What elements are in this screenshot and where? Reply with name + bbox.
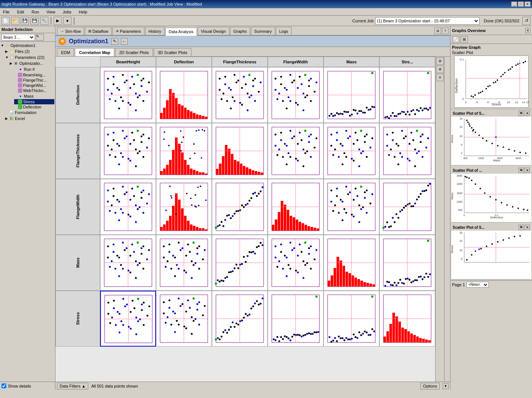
page-new-select[interactable]: <New> [466,282,489,288]
tree-node-optimization1[interactable]: ▼ ⬡ Optimization1 [1,42,54,48]
maximize-button[interactable]: □ [518,1,524,7]
matrix-cell[interactable] [156,235,212,291]
tab-summary[interactable]: Summary [251,27,275,35]
matrix-cell[interactable] [268,291,324,347]
matrix-tool2[interactable]: ⚙ [436,66,444,73]
matrix-cell[interactable] [379,179,435,235]
save-button[interactable]: 💾 [21,17,29,25]
mini-graph-2-close[interactable]: ✕ [525,168,530,173]
matrix-cell[interactable] [100,235,156,291]
tab-visualdesign[interactable]: Visual Design [198,27,229,35]
mini-graph-1-maximize[interactable]: ⧉ [519,111,524,116]
matrix-tool1[interactable]: ⚙ [436,57,444,65]
matrix-cell[interactable] [324,67,379,123]
menu-view[interactable]: View [45,9,57,15]
matrix-tool3[interactable]: ✕ [436,74,444,81]
edit-opt-button[interactable]: ✎ [111,38,118,45]
right-table-button[interactable]: ⊞ [461,36,468,43]
menu-jobs[interactable]: Jobs [61,9,73,15]
tree-node-excel[interactable]: ▶ 📗 Excel [5,116,54,121]
tree-node-parameters[interactable]: ▼ 📋 Parameters (22) [5,54,54,60]
right-panel-close[interactable]: ✕ [525,28,531,33]
tab-graphs[interactable]: Graphs [230,27,250,35]
matrix-cell[interactable] [324,123,379,179]
refresh-button[interactable]: ↺ [522,17,531,25]
panel-help-button[interactable]: ? [442,28,449,34]
matrix-cell[interactable] [156,179,212,235]
tree-node-webthick[interactable]: ▶ WebThickn... [14,88,54,93]
subtab-correlationmap[interactable]: Correlation Map [75,48,114,56]
tab-parameters[interactable]: ✕ Parameters [112,27,144,35]
model-select-dropdown[interactable]: Beam 3 ... [1,34,35,41]
menu-run[interactable]: Run [30,9,41,15]
matrix-cell[interactable] [268,179,324,235]
options-button[interactable]: Options [420,383,440,389]
tool5[interactable]: 🔧 [40,17,48,25]
subtab-edm[interactable]: EDM [57,48,74,56]
subtab-3dscatter[interactable]: 3D Scatter Plots [154,48,191,56]
tree-node-run[interactable]: ▶ ● Run # [14,66,54,72]
matrix-cell[interactable] [379,67,435,123]
matrix-cell[interactable] [212,291,268,347]
right-chart-button[interactable]: 📈 [452,36,459,43]
menu-edit[interactable]: Edit [16,9,26,15]
tree-node-files[interactable]: ▶ 📁 Files (2) [5,48,54,54]
matrix-cell[interactable] [100,67,156,123]
tree-node-beamheight[interactable]: ▶ BeamHeig... [14,72,54,78]
tab-dataflow[interactable]: ⊞ Dataflow [85,27,112,35]
matrix-cell[interactable] [156,291,212,347]
tree-node-optimizatio[interactable]: ▶ ⊞ Optimizatio... [10,60,54,66]
panel-tile-button[interactable]: ⧉ [434,28,441,34]
tab-simflow[interactable]: → Sim-flow [57,27,84,35]
matrix-cell[interactable] [212,235,268,291]
matrix-cell[interactable] [212,67,268,123]
matrix-cell[interactable] [212,123,268,179]
matrix-cell[interactable] [379,291,435,347]
matrix-cell[interactable] [156,123,212,179]
matrix-cell[interactable] [212,179,268,235]
matrix-cell[interactable] [268,123,324,179]
tab-history[interactable]: History [145,27,165,35]
mini-graph-3-close[interactable]: ✕ [525,225,530,230]
tool7[interactable]: ▼ [63,17,71,25]
matrix-cell[interactable] [156,67,212,123]
matrix-cell[interactable] [100,179,156,235]
matrix-cell[interactable] [324,235,379,291]
matrix-cell[interactable] [268,235,324,291]
matrix-cell[interactable] [379,123,435,179]
mini-graph-2-maximize[interactable]: ⧉ [519,168,524,173]
menu-help[interactable]: Help [77,9,89,15]
matrix-cell[interactable] [324,291,379,347]
matrix-cell[interactable] [324,179,379,235]
matrix-container[interactable]: BeamHeightDeflectionFlangeThicknessFlang… [55,57,435,382]
tree-node-deflection[interactable]: ▶ Deflection [14,104,54,110]
tool6[interactable]: ▶ [54,17,62,25]
tree-node-formulation[interactable]: ▶ 📊 Formulation [5,110,54,116]
matrix-cell[interactable] [100,291,156,347]
current-job-select[interactable]: (1) Beam 3 Optimization start - 15:48:07 [375,17,480,25]
tree-node-mass[interactable]: ▶ ● Mass [14,93,54,99]
tab-logs[interactable]: Logs [276,27,292,35]
minimize-button[interactable]: _ [511,1,517,7]
open-button[interactable]: 📂 [11,17,19,25]
matrix-cell[interactable] [100,123,156,179]
back-opt-button[interactable]: ← [121,38,128,45]
model-edit-button[interactable]: ✎ [36,34,44,41]
tree-node-stress[interactable]: ▶ Stress [14,99,54,104]
data-filters-button[interactable]: Data Filters ▲ [57,383,88,389]
matrix-cell[interactable] [379,235,435,291]
tree-node-flangethic[interactable]: ▶ FlangeThic... [14,78,54,83]
close-button[interactable]: ✕ [525,1,531,7]
options-dropdown-button[interactable]: ▼ [443,383,449,389]
show-details-checkbox[interactable] [1,383,6,388]
matrix-cell[interactable] [268,67,324,123]
new-button[interactable]: 📄 [1,17,10,25]
save-as-button[interactable]: 💾 [31,17,39,25]
vertical-scrollbar[interactable] [444,57,450,382]
tab-dataanalysis[interactable]: Data Analysis [165,28,197,36]
mini-graph-1-close[interactable]: ✕ [525,111,530,116]
menu-file[interactable]: File [1,9,11,15]
subtab-2dscatter[interactable]: 2D Scatter Plots [115,48,153,56]
tree-node-flangewid[interactable]: ▶ FlangeWid... [14,83,54,88]
mini-graph-3-maximize[interactable]: ⧉ [519,225,524,230]
